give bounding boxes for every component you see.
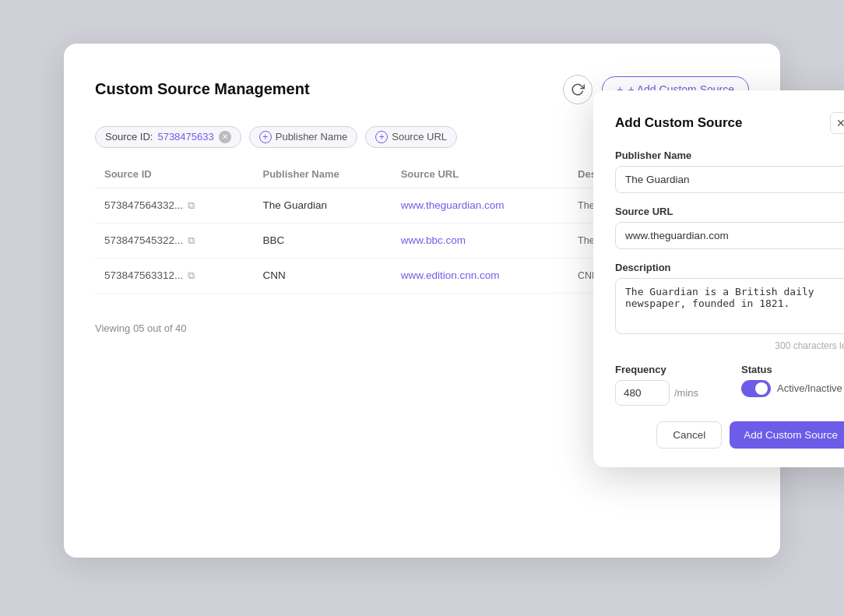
source-id-label: Source ID:	[105, 131, 153, 143]
cancel-button[interactable]: Cancel	[656, 421, 722, 449]
modal-footer: Cancel Add Custom Source	[615, 421, 844, 449]
description-textarea[interactable]: The Guardian is a British daily newspape…	[615, 278, 844, 334]
publisher-name-filter-label: Publisher Name	[276, 131, 348, 143]
viewing-count: Viewing 05 out of 40	[95, 322, 187, 334]
source-id-text: 573847563312...	[104, 269, 183, 281]
source-id-text: 573847545322...	[104, 234, 183, 246]
source-id-value: 5738475633	[157, 131, 213, 143]
char-count: 300 characters left	[615, 340, 844, 351]
cell-url[interactable]: www.theguardian.com	[392, 188, 568, 223]
modal-close-button[interactable]: ✕	[830, 112, 844, 134]
toggle-label: Active/Inactive	[777, 382, 842, 394]
publisher-name-filter[interactable]: + Publisher Name	[249, 126, 358, 148]
url-link[interactable]: www.bbc.com	[401, 234, 466, 246]
description-field-group: Description The Guardian is a British da…	[615, 262, 844, 351]
source-url-filter[interactable]: + Source URL	[365, 126, 457, 148]
col-source-id: Source ID	[95, 162, 253, 188]
modal-header: Add Custom Source ✕	[615, 112, 844, 134]
description-label: Description	[615, 262, 844, 273]
frequency-input-wrap: /mins	[615, 380, 726, 406]
cell-source-id: 573847563312... ⧉	[95, 258, 253, 293]
toggle-row: Active/Inactive	[741, 380, 844, 397]
status-toggle[interactable]	[741, 380, 771, 397]
source-url-label: Source URL	[615, 206, 844, 217]
source-id-filter[interactable]: Source ID: 5738475633 ✕	[95, 126, 241, 148]
source-url-field-group: Source URL	[615, 206, 844, 249]
publisher-name-input[interactable]	[615, 166, 844, 193]
cell-url[interactable]: www.edition.cnn.com	[392, 258, 568, 293]
frequency-status-row: Frequency /mins Status Active/Inactive	[615, 364, 844, 406]
publisher-name-label: Publisher Name	[615, 150, 844, 161]
frequency-group: Frequency /mins	[615, 364, 726, 406]
status-group: Status Active/Inactive	[741, 364, 844, 397]
copy-icon[interactable]: ⧉	[188, 234, 195, 247]
col-source-url: Source URL	[392, 162, 568, 188]
status-label: Status	[741, 364, 844, 375]
source-url-filter-label: Source URL	[392, 131, 447, 143]
cell-publisher: CNN	[253, 258, 391, 293]
add-url-filter-icon: +	[375, 131, 388, 143]
frequency-label: Frequency	[615, 364, 726, 375]
cell-source-id: 573847545322... ⧉	[95, 223, 253, 258]
publisher-name-field-group: Publisher Name	[615, 150, 844, 193]
cell-publisher: BBC	[253, 223, 391, 258]
frequency-unit: /mins	[674, 387, 698, 399]
url-link[interactable]: www.theguardian.com	[401, 199, 505, 211]
cell-source-id: 573847564332... ⧉	[95, 188, 253, 223]
source-id-text: 573847564332...	[104, 199, 183, 211]
url-link[interactable]: www.edition.cnn.com	[401, 269, 500, 281]
add-custom-source-modal: Add Custom Source ✕ Publisher Name Sourc…	[593, 90, 844, 467]
remove-filter-icon[interactable]: ✕	[219, 131, 231, 143]
col-publisher-name: Publisher Name	[253, 162, 391, 188]
modal-add-custom-source-button[interactable]: Add Custom Source	[730, 421, 844, 449]
add-publisher-filter-icon: +	[259, 131, 272, 143]
cell-url[interactable]: www.bbc.com	[392, 223, 568, 258]
frequency-input[interactable]	[615, 380, 670, 406]
refresh-button[interactable]	[563, 75, 593, 104]
cell-publisher: The Guardian	[253, 188, 391, 223]
copy-icon[interactable]: ⧉	[188, 269, 195, 282]
copy-icon[interactable]: ⧉	[188, 199, 195, 212]
source-url-input[interactable]	[615, 222, 844, 249]
page-title: Custom Source Management	[95, 80, 310, 98]
modal-title: Add Custom Source	[615, 115, 742, 131]
